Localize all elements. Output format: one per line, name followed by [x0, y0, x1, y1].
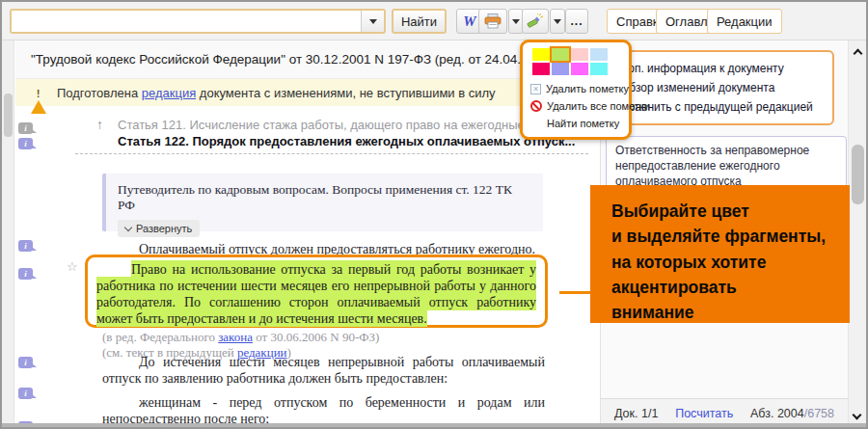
highlight-color-swatch[interactable] [532, 48, 550, 61]
highlight-color-swatch[interactable] [571, 48, 588, 61]
warning-icon [31, 86, 47, 100]
count-link[interactable]: Посчитать [675, 407, 733, 420]
paragraph-counter: Абз. 2004/6758 [750, 407, 834, 420]
edition-notes: (в ред. Федерального закона от 30.06.200… [102, 330, 379, 361]
document-pane: "Трудовой кодекс Российской Федерации" о… [2, 40, 600, 427]
no-entry-icon [530, 100, 542, 112]
article-121-heading: Статья 121. Исчисление стажа работы, даю… [118, 118, 545, 132]
menu-item-label: Удалить все пометки [547, 100, 650, 112]
scroll-down-icon[interactable] [853, 411, 862, 420]
document-title: "Трудовой кодекс Российской Федерации" о… [31, 52, 555, 67]
toolbar: Найти W ... Справка Оглавление Реда [2, 2, 866, 40]
menu-item-find-mark[interactable]: Найти пометку [529, 115, 623, 132]
link-changes-overview[interactable]: Обзор изменений документа [620, 78, 823, 97]
expand-button[interactable]: Развернуть [118, 220, 200, 237]
menu-item-label: Удалить пометку [546, 83, 629, 94]
link-additional-info[interactable]: Доп. информация к документу [620, 59, 823, 78]
highlighted-paragraph: Право на использование отпуска за первый… [96, 260, 536, 326]
dashed-separator [75, 153, 588, 154]
note-icon[interactable]: i [18, 357, 33, 368]
article-122-heading: Статья 122. Порядок предоставления ежего… [118, 134, 575, 148]
highlighted-fragment-box[interactable]: Право на использование отпуска за первый… [85, 255, 548, 328]
document-links-box: Доп. информация к документу Обзор измене… [609, 50, 834, 125]
law-link[interactable]: закона [218, 330, 253, 344]
doc-counter: Док. 1/1 [614, 407, 658, 420]
highlight-color-swatch[interactable] [571, 63, 588, 75]
note-icon[interactable]: i [18, 268, 33, 280]
edition-note-line: (в ред. Федерального закона от 30.06.200… [102, 330, 379, 345]
warning-text: Подготовлена редакция документа с измене… [57, 86, 496, 100]
menu-item-delete-all-marks[interactable]: Удалить все пометки [529, 97, 623, 115]
guide-box: Путеводитель по кадровым вопросам. Вопро… [102, 174, 543, 231]
note-icon[interactable]: i [18, 138, 33, 149]
up-arrow-icon[interactable]: ↑ [96, 117, 103, 132]
previous-edition-link[interactable]: редакции [237, 345, 287, 360]
color-swatch-grid [532, 48, 611, 75]
highlighter-button[interactable] [522, 9, 549, 34]
search-dropdown-button[interactable] [361, 11, 384, 32]
app-window: Найти W ... Справка Оглавление Реда [0, 0, 868, 429]
more-tools-button[interactable]: ... [565, 9, 588, 34]
highlight-color-swatch[interactable] [552, 63, 569, 75]
callout-connector-line [559, 291, 590, 294]
chevron-down-icon [124, 223, 132, 230]
document-title-bar: "Трудовой кодекс Российской Федерации" о… [15, 40, 599, 79]
menu-item-label: Найти пометку [547, 118, 619, 129]
guide-text: Путеводитель по кадровым вопросам. Вопро… [118, 182, 531, 213]
warning-bar: Подготовлена редакция документа с измене… [15, 79, 599, 106]
link-compare-previous[interactable]: Сравнить с предыдущей редакцией [620, 97, 823, 117]
highlighter-icon [527, 13, 544, 29]
promo-callout: Выбирайте цвет и выделяйте фрагменты, на… [590, 185, 850, 323]
scrollbar-thumb[interactable] [852, 145, 864, 204]
printer-icon [484, 13, 502, 29]
bottom-window-edge [2, 423, 866, 427]
scroll-up-icon[interactable] [853, 49, 862, 59]
print-button[interactable] [478, 9, 507, 34]
note-icon[interactable]: i [18, 122, 33, 134]
warning-redaction-link[interactable]: редакция [142, 86, 196, 100]
find-button[interactable]: Найти [392, 9, 447, 34]
highlighter-options-button[interactable] [550, 9, 565, 34]
highlight-color-swatch[interactable] [532, 63, 550, 75]
left-marker-thumb[interactable] [4, 94, 13, 137]
highlight-color-swatch[interactable] [590, 48, 608, 61]
delete-mark-icon: ✕ [530, 84, 541, 94]
highlight-color-swatch[interactable] [552, 48, 569, 61]
search-combo [10, 9, 386, 34]
left-marker-bar[interactable] [2, 40, 14, 427]
note-icon[interactable]: i [18, 388, 33, 399]
note-icon[interactable]: i [18, 240, 33, 252]
vertical-scrollbar[interactable] [848, 40, 866, 427]
chevron-down-icon [554, 19, 561, 24]
highlighter-menu: ✕ Удалить пометку Удалить все пометки На… [520, 40, 632, 140]
previous-edition-line: (см. текст в предыдущей редакции) [102, 345, 379, 361]
bookmark-star-icon[interactable]: ☆ [67, 259, 78, 274]
highlight-color-swatch[interactable] [590, 63, 608, 75]
search-input[interactable] [12, 11, 361, 32]
paragraph-women: женщинам - перед отпуском по беременност… [102, 394, 545, 427]
chevron-down-icon [512, 19, 520, 24]
chevron-down-icon [369, 19, 377, 24]
tab-redakcii[interactable]: Редакции [707, 9, 782, 34]
menu-item-delete-mark[interactable]: ✕ Удалить пометку [529, 80, 623, 97]
right-panel: Доп. информация к документу Обзор измене… [600, 40, 866, 427]
